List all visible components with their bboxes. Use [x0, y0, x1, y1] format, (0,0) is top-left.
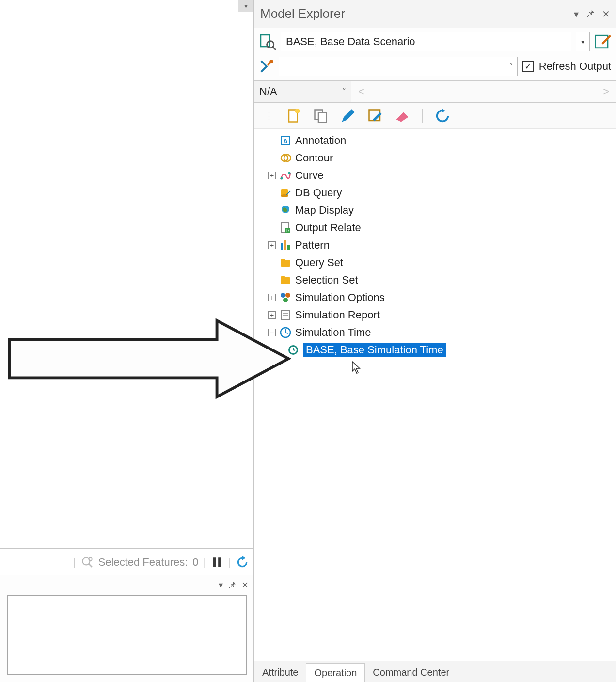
panel-pin-icon[interactable]: 📌︎	[228, 580, 237, 590]
lower-panel-textbox[interactable]	[7, 595, 247, 675]
svg-rect-5	[261, 35, 269, 47]
tree-node-selectionset[interactable]: Selection Set	[258, 271, 612, 289]
tree-node-label: Query Set	[295, 256, 343, 269]
copy-icon[interactable]	[314, 109, 328, 123]
scenario-dropdown[interactable]: ▾	[576, 32, 590, 51]
tree-node-label: Curve	[295, 169, 324, 182]
tree-node-mapdisplay[interactable]: Map Display	[258, 202, 612, 219]
panel-close-icon[interactable]: ✕	[241, 580, 249, 590]
tree-node-label: Simulation Time	[295, 326, 371, 339]
tree-node-outputrelate[interactable]: ROutput Relate	[258, 219, 612, 237]
scenario-search-icon[interactable]	[259, 33, 276, 50]
tree-toolbar: ⋮	[254, 103, 616, 129]
pattern-icon	[280, 239, 291, 251]
selectionset-icon	[280, 274, 291, 286]
svg-point-37	[283, 298, 288, 302]
selected-features-label: Selected Features:	[98, 556, 188, 569]
svg-point-36	[285, 293, 290, 298]
svg-rect-28	[281, 243, 283, 250]
queryset-icon	[280, 257, 291, 269]
svg-rect-29	[284, 240, 286, 250]
tree-node-label: Pattern	[295, 239, 330, 252]
tab-attribute[interactable]: Attribute	[254, 663, 306, 682]
tree-node-base-simulation-time[interactable]: BASE, Base Simulation Time	[258, 341, 612, 359]
panel-dropdown-icon[interactable]: ▾	[574, 8, 579, 20]
tree-node-dbquery[interactable]: DB Query	[258, 184, 612, 202]
model-explorer-panel: Model Explorer ▾ 📌︎ ✕ ▾	[254, 0, 616, 682]
refresh-output-checkbox[interactable]: ✓	[522, 61, 534, 72]
svg-point-20	[288, 172, 291, 174]
tree-node-label: Contour	[295, 152, 333, 164]
panel-title: Model Explorer	[260, 6, 574, 21]
tab-command-center[interactable]: Command Center	[365, 663, 457, 682]
tree-node-simoptions[interactable]: +Simulation Options	[258, 289, 612, 306]
svg-rect-30	[287, 245, 290, 250]
svg-line-48	[293, 350, 295, 350]
status-bar: | Selected Features: 0 | |	[0, 549, 253, 575]
svg-rect-3	[213, 557, 217, 567]
scenario-input[interactable]	[281, 32, 571, 51]
svg-rect-4	[218, 557, 221, 567]
expander-icon[interactable]: +	[268, 294, 276, 301]
na-dropdown[interactable]: N/A ˅	[254, 81, 351, 102]
tree-node-queryset[interactable]: Query Set	[258, 254, 612, 271]
svg-point-23	[281, 194, 288, 197]
tree-node-label: BASE, Base Simulation Time	[303, 343, 446, 357]
panel-close-icon[interactable]: ✕	[602, 8, 610, 20]
tree[interactable]: AAnnotationContour+CurveDB QueryMap Disp…	[254, 129, 616, 661]
lower-left-panel: ▾ 📌︎ ✕	[0, 575, 253, 682]
tab-operation[interactable]: Operation	[306, 663, 365, 682]
filter-select[interactable]: ˅	[279, 57, 518, 76]
svg-rect-8	[595, 35, 608, 48]
svg-rect-32	[281, 259, 285, 261]
simreport-icon	[280, 309, 291, 321]
refresh-icon[interactable]	[236, 556, 249, 569]
annotation-icon: A	[280, 135, 291, 146]
selected-features-count: 0	[192, 556, 198, 569]
svg-point-35	[281, 293, 285, 298]
panel-header: Model Explorer ▾ 📌︎ ✕	[254, 0, 616, 28]
prev-icon[interactable]: <	[358, 85, 364, 98]
canvas-dropdown[interactable]: ▾	[238, 0, 253, 12]
tree-node-label: Simulation Report	[295, 309, 380, 321]
expander-icon[interactable]: +	[268, 311, 276, 319]
panel-pin-icon[interactable]: 📌︎	[585, 8, 595, 20]
expander-icon[interactable]: +	[268, 172, 276, 179]
tree-node-label: Output Relate	[295, 222, 361, 234]
edit-pencil-icon[interactable]	[341, 109, 355, 123]
arrow-annotation	[5, 317, 291, 400]
map-canvas[interactable]: ▾	[0, 0, 253, 549]
expander-icon[interactable]: −	[268, 329, 276, 336]
new-icon[interactable]	[286, 109, 301, 123]
tree-node-contour[interactable]: Contour	[258, 149, 612, 167]
simoptions-icon	[280, 292, 291, 303]
cursor-icon	[351, 361, 361, 374]
tree-node-simreport[interactable]: +Simulation Report	[258, 306, 612, 324]
svg-point-19	[281, 177, 283, 180]
zoom-selected-icon[interactable]	[81, 556, 94, 569]
svg-rect-34	[281, 276, 285, 279]
panel-dropdown-icon[interactable]: ▾	[219, 580, 223, 590]
pause-icon[interactable]	[211, 556, 223, 569]
tree-node-simtime[interactable]: −Simulation Time	[258, 324, 612, 341]
tree-node-curve[interactable]: +Curve	[258, 167, 612, 184]
erase-icon[interactable]	[395, 109, 410, 123]
tree-node-label: Annotation	[295, 134, 346, 147]
scenario-edit-icon[interactable]	[595, 33, 611, 50]
bottom-tabs: AttributeOperationCommand Center	[254, 661, 616, 682]
tools-icon[interactable]	[259, 59, 274, 74]
next-icon[interactable]: >	[603, 85, 609, 98]
mapdisplay-icon	[280, 205, 291, 216]
edit-frame-icon[interactable]	[368, 109, 382, 123]
outputrelate-icon: R	[280, 222, 291, 234]
tree-node-pattern[interactable]: +Pattern	[258, 237, 612, 254]
tree-node-annotation[interactable]: AAnnotation	[258, 132, 612, 149]
tree-node-label: Map Display	[295, 204, 354, 217]
svg-text:A: A	[283, 137, 288, 145]
tree-node-label: DB Query	[295, 187, 342, 199]
simtime-icon	[280, 327, 291, 338]
svg-line-7	[273, 47, 276, 50]
reload-icon[interactable]	[435, 109, 450, 123]
curve-icon	[280, 170, 291, 181]
expander-icon[interactable]: +	[268, 241, 276, 249]
